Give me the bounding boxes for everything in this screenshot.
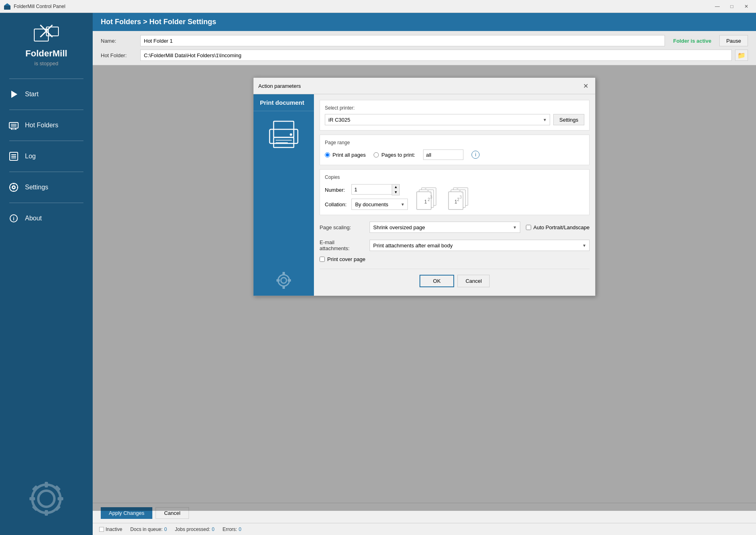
name-input[interactable] xyxy=(140,35,665,46)
svg-marker-1 xyxy=(4,3,10,6)
sidebar-about-label: About xyxy=(25,215,42,222)
ok-button[interactable]: OK xyxy=(420,275,455,287)
decorative-gear xyxy=(22,471,71,519)
docs-label: Docs in queue: xyxy=(130,527,162,532)
svg-rect-30 xyxy=(45,482,48,487)
play-icon xyxy=(8,89,19,100)
jobs-processed-status: Jobs processed: 0 xyxy=(175,527,214,532)
svg-rect-31 xyxy=(45,510,48,516)
collation-svg-2: 1 2 3 xyxy=(445,186,471,210)
dialog-body: Print document xyxy=(253,94,595,296)
svg-rect-46 xyxy=(282,272,285,275)
pages-info-icon[interactable]: i xyxy=(471,151,480,159)
folder-input[interactable] xyxy=(140,50,732,61)
sidebar-log-label: Log xyxy=(25,153,36,160)
printer-select[interactable]: iR C3025 xyxy=(325,114,550,125)
collation-select-wrapper: By documents By pages xyxy=(351,199,408,210)
title-bar: FolderMill Control Panel — □ ✕ xyxy=(0,0,756,13)
printer-icon-area xyxy=(268,111,300,262)
logo-icon xyxy=(30,21,62,45)
sidebar-logo: FolderMill is stopped xyxy=(25,21,67,66)
folder-label: Hot Folder: xyxy=(101,52,137,58)
pages-to-print-radio-input[interactable] xyxy=(374,152,379,158)
cover-page-checkbox-label[interactable]: Print cover page xyxy=(320,256,590,262)
app-icon xyxy=(3,2,11,10)
sidebar-divider-2 xyxy=(9,110,83,110)
print-all-radio-input[interactable] xyxy=(325,152,330,158)
svg-point-45 xyxy=(281,278,287,283)
spin-up-button[interactable]: ▲ xyxy=(392,185,399,190)
name-field-row: Name: Folder is active Pause xyxy=(101,35,748,46)
cover-page-row: Print cover page xyxy=(320,256,590,262)
number-label: Number: xyxy=(325,187,347,193)
cover-page-checkbox[interactable] xyxy=(320,257,325,262)
errors-label: Errors: xyxy=(222,527,237,532)
auto-portrait-checkbox-label[interactable]: Auto Portrait/Landscape xyxy=(526,224,590,230)
collation-select[interactable]: By documents By pages xyxy=(351,199,408,210)
copies-number-input[interactable] xyxy=(351,184,392,195)
email-attachments-select[interactable]: Print attachments after email body Print… xyxy=(370,240,590,251)
sidebar-item-about[interactable]: i About xyxy=(0,207,93,230)
page-scaling-select[interactable]: Shrink oversized page Fit to page None xyxy=(370,222,520,233)
window-title: FolderMill Control Panel xyxy=(14,4,711,9)
header-fields: Name: Folder is active Pause Hot Folder:… xyxy=(93,31,756,65)
sidebar-divider-4 xyxy=(9,172,83,172)
collation-svg-1: 1 2 3 xyxy=(414,186,440,210)
pages-to-print-radio[interactable]: Pages to print: xyxy=(374,152,415,158)
dialog-title: Action parameters xyxy=(258,83,301,89)
errors-status: Errors: 0 xyxy=(222,527,241,532)
folder-icon: 📁 xyxy=(737,52,746,59)
auto-portrait-label: Auto Portrait/Landscape xyxy=(534,224,590,230)
jobs-label: Jobs processed: xyxy=(175,527,210,532)
pause-button[interactable]: Pause xyxy=(719,35,748,46)
inactive-label: Inactive xyxy=(106,527,122,532)
app-status: is stopped xyxy=(34,60,58,66)
sidebar-item-log[interactable]: Log xyxy=(0,145,93,168)
dialog-close-button[interactable]: ✕ xyxy=(581,81,590,91)
cancel-button[interactable]: Cancel xyxy=(457,275,490,287)
svg-point-41 xyxy=(290,133,292,136)
sidebar-settings-label: Settings xyxy=(25,184,48,191)
pages-input[interactable] xyxy=(423,149,463,160)
svg-rect-19 xyxy=(13,191,14,192)
minimize-button[interactable]: — xyxy=(711,2,724,10)
app-container: FolderMill is stopped Start xyxy=(0,13,756,535)
svg-point-44 xyxy=(278,275,289,286)
page-range-section: Page range Print all pages Pages to prin… xyxy=(320,135,590,165)
svg-rect-21 xyxy=(17,187,18,188)
copies-section: Copies Number: ▲ ▼ xyxy=(320,169,590,215)
svg-text:1: 1 xyxy=(424,199,427,205)
pages-to-print-label: Pages to print: xyxy=(381,152,415,158)
auto-portrait-checkbox[interactable] xyxy=(526,225,531,230)
breadcrumb: Hot Folders > Hot Folder Settings xyxy=(101,18,216,26)
print-all-radio[interactable]: Print all pages xyxy=(325,152,366,158)
action-parameters-dialog: Action parameters ✕ Print document xyxy=(253,77,596,296)
printer-svg-icon xyxy=(268,119,300,151)
browse-folder-button[interactable]: 📁 xyxy=(735,50,748,61)
svg-rect-48 xyxy=(276,279,280,282)
printer-settings-button[interactable]: Settings xyxy=(553,114,584,125)
collation-icon-by-pages[interactable]: 1 2 3 xyxy=(445,186,471,210)
sidebar-item-start[interactable]: Start xyxy=(0,83,93,106)
svg-rect-32 xyxy=(29,497,35,500)
svg-rect-0 xyxy=(4,6,10,10)
dialog-overlay: Action parameters ✕ Print document xyxy=(93,65,756,511)
collation-icon-by-docs[interactable]: 1 2 3 xyxy=(414,186,440,210)
close-button[interactable]: ✕ xyxy=(740,2,753,10)
collation-label: Collation: xyxy=(325,201,347,207)
svg-marker-6 xyxy=(11,91,17,98)
sidebar-item-hot-folders[interactable]: Hot Folders xyxy=(0,114,93,137)
maximize-button[interactable]: □ xyxy=(725,2,738,10)
dialog-section-title: Print document xyxy=(253,94,314,111)
sidebar-item-settings[interactable]: Settings xyxy=(0,176,93,199)
docs-value: 0 xyxy=(164,527,167,532)
inactive-status: Inactive xyxy=(99,527,122,532)
svg-rect-47 xyxy=(282,286,285,289)
list-icon xyxy=(8,151,19,162)
svg-rect-34 xyxy=(32,485,38,491)
sidebar-divider-5 xyxy=(9,203,83,203)
svg-rect-35 xyxy=(54,485,61,491)
window-controls: — □ ✕ xyxy=(711,2,753,10)
spin-down-button[interactable]: ▼ xyxy=(392,190,399,195)
copies-fields: Number: ▲ ▼ Collation xyxy=(325,184,408,210)
